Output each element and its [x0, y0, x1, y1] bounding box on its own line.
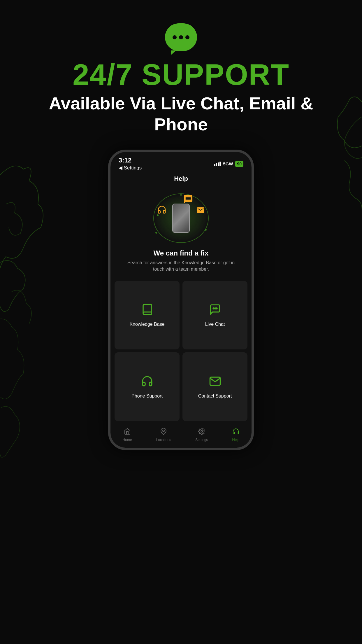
home-icon: [124, 428, 131, 437]
hero-section: 24/7 SUPPORT Available Via Live Chat, Em…: [0, 0, 362, 135]
mini-phone: [172, 204, 190, 233]
contact-support-icon: [209, 375, 221, 390]
svg-point-6: [215, 308, 216, 309]
nav-item-help[interactable]: Help: [232, 428, 240, 442]
phone-illustration: [149, 189, 213, 247]
network-indicator: 5GW: [223, 161, 233, 166]
phone-support-label: Phone Support: [131, 393, 163, 399]
status-time: 3:12: [119, 157, 142, 164]
back-button[interactable]: ◀ Settings: [119, 165, 142, 171]
phone-frame: 3:12 ◀ Settings 5GW 90 Help: [108, 150, 254, 450]
nav-item-settings[interactable]: Settings: [195, 428, 208, 442]
phone-support-icon: [141, 375, 153, 390]
knowledge-base-icon: [141, 303, 153, 318]
bottom-nav: Home Locations: [110, 425, 252, 448]
chat-float-icon: [183, 194, 193, 206]
home-label: Home: [123, 438, 132, 442]
status-bar: 3:12 ◀ Settings 5GW 90: [110, 152, 252, 173]
hero-chat-icon: [165, 23, 197, 51]
settings-label: Settings: [195, 438, 208, 442]
phone-screen: 3:12 ◀ Settings 5GW 90 Help: [110, 152, 252, 448]
battery-indicator: 90: [235, 161, 243, 167]
main-headline: 24/7 SUPPORT: [73, 60, 289, 90]
main-subheadline: Available Via Live Chat, Email & Phone: [0, 93, 362, 135]
hero-illustration-area: We can find a fix Search for answers in …: [110, 186, 252, 277]
chat-dots: [173, 35, 189, 39]
settings-icon: [198, 428, 205, 437]
svg-point-2: [205, 229, 207, 231]
signal-bars: [214, 162, 221, 166]
help-label: Help: [232, 438, 240, 442]
contact-support-card[interactable]: Contact Support: [182, 352, 247, 421]
svg-point-10: [201, 430, 203, 432]
contact-support-label: Contact Support: [198, 393, 232, 399]
illustration-title: We can find a fix: [154, 249, 209, 257]
nav-item-home[interactable]: Home: [123, 428, 132, 442]
nav-item-locations[interactable]: Locations: [156, 428, 171, 442]
status-right: 5GW 90: [214, 161, 243, 167]
email-float-icon: [196, 206, 205, 217]
locations-label: Locations: [156, 438, 171, 442]
help-icon: [232, 428, 239, 437]
illustration-desc: Search for answers in the Knowledge Base…: [116, 257, 246, 273]
svg-point-5: [213, 308, 214, 309]
live-chat-card[interactable]: Live Chat: [182, 281, 247, 350]
svg-point-4: [180, 194, 182, 196]
screen-title: Help: [110, 173, 252, 186]
headphone-icon: [157, 205, 166, 216]
knowledge-base-card[interactable]: Knowledge Base: [115, 281, 180, 350]
location-icon: [160, 428, 167, 437]
live-chat-label: Live Chat: [205, 322, 225, 327]
phone-support-card[interactable]: Phone Support: [115, 352, 180, 421]
svg-point-7: [216, 308, 217, 309]
support-grid: Knowledge Base Live Chat: [110, 277, 252, 425]
live-chat-icon: [209, 303, 221, 318]
svg-point-9: [163, 430, 164, 432]
svg-point-3: [155, 232, 157, 234]
knowledge-base-label: Knowledge Base: [129, 322, 164, 327]
phone-mockup: 3:12 ◀ Settings 5GW 90 Help: [0, 150, 362, 450]
